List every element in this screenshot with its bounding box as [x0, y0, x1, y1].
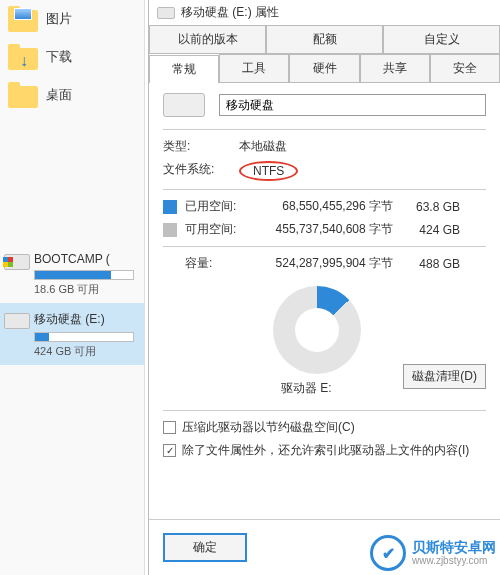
used-bytes: 68,550,455,296 字节 — [253, 198, 393, 215]
disk-cleanup-button[interactable]: 磁盘清理(D) — [403, 364, 486, 389]
pictures-folder-icon — [8, 6, 38, 32]
drive-free-text: 18.6 GB 可用 — [34, 282, 138, 297]
capacity-bytes: 524,287,995,904 字节 — [253, 255, 393, 272]
tab-general[interactable]: 常规 — [149, 55, 219, 83]
drive-icon — [4, 254, 30, 270]
sidebar-item-downloads[interactable]: ↓ 下载 — [0, 38, 144, 76]
drive-usage-bar — [34, 332, 134, 342]
tab-quota[interactable]: 配额 — [266, 25, 383, 53]
drive-name: 移动硬盘 (E:) — [34, 311, 138, 328]
filesystem-label: 文件系统: — [163, 161, 239, 181]
ok-button[interactable]: 确定 — [163, 533, 247, 562]
explorer-sidebar: 图片 ↓ 下载 桌面 BOOTCAMP ( 18.6 GB 可用 移动硬盘 (E… — [0, 0, 145, 575]
free-label: 可用空间: — [185, 221, 245, 238]
drive-letter-label: 驱动器 E: — [281, 380, 332, 397]
index-label: 除了文件属性外，还允许索引此驱动器上文件的内容(I) — [182, 442, 469, 459]
drive-name-input[interactable] — [219, 94, 486, 116]
dialog-title-bar: 移动硬盘 (E:) 属性 — [149, 0, 500, 25]
drive-free-text: 424 GB 可用 — [34, 344, 138, 359]
watermark-name: 贝斯特安卓网 — [412, 540, 496, 555]
compress-label: 压缩此驱动器以节约磁盘空间(C) — [182, 419, 355, 436]
watermark: ✔ 贝斯特安卓网 www.zjbstyy.com — [370, 535, 496, 571]
free-swatch — [163, 223, 177, 237]
tab-sharing[interactable]: 共享 — [360, 54, 430, 82]
desktop-folder-icon — [8, 82, 38, 108]
tab-previous-versions[interactable]: 以前的版本 — [149, 25, 266, 53]
tab-tools[interactable]: 工具 — [219, 54, 289, 82]
tab-customize[interactable]: 自定义 — [383, 25, 500, 53]
watermark-url: www.zjbstyy.com — [412, 555, 496, 566]
type-value: 本地磁盘 — [239, 138, 287, 155]
type-label: 类型: — [163, 138, 239, 155]
dialog-title: 移动硬盘 (E:) 属性 — [181, 4, 279, 21]
drive-name: BOOTCAMP ( — [34, 252, 138, 266]
used-label: 已用空间: — [185, 198, 245, 215]
dialog-footer: 确定 ✔ 贝斯特安卓网 www.zjbstyy.com — [149, 519, 500, 575]
tabs-row-lower: 常规 工具 硬件 共享 安全 — [149, 54, 500, 83]
usage-donut-chart — [273, 286, 361, 374]
downloads-folder-icon: ↓ — [8, 44, 38, 70]
properties-dialog: 移动硬盘 (E:) 属性 以前的版本 配额 自定义 常规 工具 硬件 共享 安全… — [148, 0, 500, 575]
used-gb: 63.8 GB — [405, 200, 460, 214]
tabs-row-upper: 以前的版本 配额 自定义 — [149, 25, 500, 54]
sidebar-item-pictures[interactable]: 图片 — [0, 0, 144, 38]
compress-checkbox[interactable] — [163, 421, 176, 434]
index-checkbox[interactable]: ✓ — [163, 444, 176, 457]
drive-item-removable[interactable]: 移动硬盘 (E:) 424 GB 可用 — [0, 303, 144, 365]
used-swatch — [163, 200, 177, 214]
free-gb: 424 GB — [405, 223, 460, 237]
filesystem-value: NTFS — [239, 161, 298, 181]
drive-large-icon — [163, 93, 205, 117]
highlight-circle: NTFS — [239, 161, 298, 181]
watermark-logo-icon: ✔ — [370, 535, 406, 571]
tab-hardware[interactable]: 硬件 — [289, 54, 359, 82]
drive-usage-bar — [34, 270, 134, 280]
tab-security[interactable]: 安全 — [430, 54, 500, 82]
sidebar-item-desktop[interactable]: 桌面 — [0, 76, 144, 114]
drive-item-bootcamp[interactable]: BOOTCAMP ( 18.6 GB 可用 — [0, 244, 144, 303]
sidebar-item-label: 图片 — [46, 10, 72, 28]
drive-icon — [4, 313, 30, 329]
sidebar-item-label: 桌面 — [46, 86, 72, 104]
sidebar-item-label: 下载 — [46, 48, 72, 66]
capacity-label: 容量: — [185, 255, 245, 272]
capacity-gb: 488 GB — [405, 257, 460, 271]
drive-icon — [157, 7, 175, 19]
free-bytes: 455,737,540,608 字节 — [253, 221, 393, 238]
